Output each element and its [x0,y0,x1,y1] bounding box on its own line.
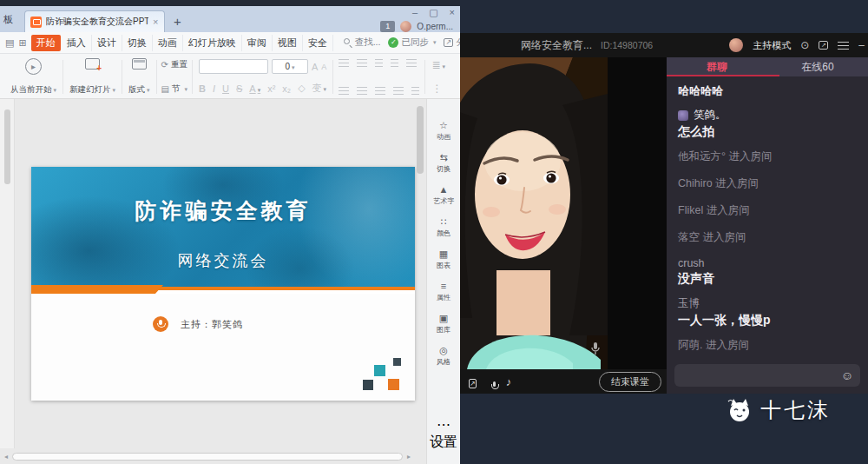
decrease-indent-icon[interactable] [375,59,383,67]
share-icon: ↗ [444,38,453,47]
host-mode-label[interactable]: 主持模式 [753,39,791,52]
save-icon[interactable]: ⊞ [18,37,26,49]
record-icon[interactable]: ⊙ [800,40,809,50]
superscript-button[interactable]: x² [267,83,275,94]
minimize-icon[interactable]: – [412,7,418,18]
rail-item-transition[interactable]: ⇆ 切换 [436,152,451,175]
slide-title[interactable]: 防诈骗安全教育 [31,196,415,225]
end-class-button[interactable]: 结束课堂 [599,372,661,392]
decor-square-dark [363,380,373,390]
doc-count-badge[interactable]: 1 [380,21,395,32]
host-avatar[interactable] [729,38,743,52]
menu-view[interactable]: 视图 [273,35,303,51]
scroll-left-icon[interactable]: ◂ [2,453,10,461]
chat-input[interactable] [674,364,860,387]
columns-icon[interactable] [411,87,419,95]
play-from-current-button[interactable]: ▸ 从当前开始 [5,57,62,96]
increase-indent-icon[interactable] [391,59,398,67]
tab-close-icon[interactable]: × [153,17,158,27]
search-icon [344,38,352,47]
new-tab-button[interactable]: + [174,14,181,29]
slide-canvas[interactable]: 防诈骗安全教育 网络交流会 主持：郭笑鸽 [31,167,415,401]
document-tab[interactable]: 防诈骗安全教育交流会PPT.pptx × [24,10,165,32]
shrink-font-button[interactable]: A [321,63,326,71]
rail-item-style[interactable]: ◎ 风格 [436,345,451,368]
align-left-icon[interactable] [339,87,349,95]
bold-button[interactable]: B [199,83,206,94]
scrollbar-thumb[interactable] [12,453,403,461]
underline-button[interactable]: U [222,83,229,94]
music-button[interactable]: ♪ [506,375,512,388]
chat-message-list[interactable]: 哈哈哈哈 笑鸽。 怎么拍 他和远方° 进入房间 Chihiro 进入房间 Fli… [667,76,868,365]
maximize-icon[interactable]: ▢ [429,7,437,18]
menu-design[interactable]: 设计 [92,35,122,51]
slide-subtitle[interactable]: 网络交流会 [31,250,415,271]
numbered-list-icon[interactable] [357,59,367,67]
emoji-icon[interactable]: ☺ [841,368,853,382]
find-button[interactable]: 查找... [344,36,381,49]
text-effect-button[interactable]: 变 [312,82,327,95]
background-tab[interactable]: 板 [3,13,13,26]
sync-status[interactable]: ✓ 已同步 [388,36,436,49]
menu-insert[interactable]: 插入 [62,35,92,51]
scrollbar-thumb[interactable] [417,106,424,174]
font-size-combobox[interactable]: 0 [272,59,308,74]
grow-font-button[interactable]: A [312,62,318,72]
rail-item-settings[interactable]: ⋯ 设置 [427,416,460,452]
account-avatar[interactable] [400,21,411,32]
rail-item-animation[interactable]: ☆ 动画 [436,120,451,143]
justify-icon[interactable] [393,87,404,95]
section-button[interactable]: ▤ 节 [161,83,187,95]
menu-animation[interactable]: 动画 [153,35,183,51]
menu-review[interactable]: 审阅 [242,35,273,51]
menu-slideshow[interactable]: 幻灯片放映 [183,35,242,51]
screen-share-button[interactable]: ↗ [469,374,477,389]
account-name[interactable]: O.perm... [417,22,453,31]
highlight-button[interactable]: ◇ [298,83,305,94]
reset-section-group: ⟳ 重置 ▤ 节 [158,57,191,96]
minimize-icon[interactable]: – [858,40,865,50]
align-right-icon[interactable] [375,87,385,95]
host-row[interactable]: 主持：郭笑鸽 [153,316,243,332]
close-icon[interactable]: × [450,7,455,18]
watermark-text: 十七沫 [760,396,831,424]
file-menu-icon[interactable]: ▤ [5,37,14,49]
menu-security[interactable]: 安全 [303,35,333,51]
new-slide-button[interactable]: 新建幻灯片 [64,57,121,96]
tab-group-chat[interactable]: 群聊 [667,57,767,76]
ribbon-more-icon[interactable]: ⋮ [431,83,445,95]
italic-button[interactable]: I [213,83,215,94]
subscript-button[interactable]: x₂ [282,83,291,94]
align-center-icon[interactable] [357,87,367,95]
style-icon: ◎ [439,345,448,355]
layout-button[interactable]: 版式 [123,57,155,96]
horizontal-scrollbar[interactable]: ◂ ▸ [2,450,413,462]
document-tab-title: 防诈骗安全教育交流会PPT.pptx [46,16,148,28]
menu-transition[interactable]: 切换 [122,35,153,51]
scrollbar-thumb[interactable] [4,109,10,184]
font-name-combobox[interactable] [199,59,268,74]
paragraph-layout-icon[interactable]: ≣ [431,59,445,71]
chat-message: 怎么拍 [678,124,857,140]
rail-item-color[interactable]: ∷ 颜色 [436,216,451,239]
reset-button[interactable]: ⟳ 重置 [161,59,187,70]
menu-icon[interactable] [838,42,849,50]
rail-item-gallery[interactable]: ▣ 图库 [436,313,451,335]
bullet-list-icon[interactable] [339,59,349,67]
popout-icon[interactable]: ↗ [819,41,828,50]
slide-panel-scrollbar[interactable] [0,99,15,448]
scroll-right-icon[interactable]: ▸ [404,453,413,461]
decor-square-teal [374,365,385,376]
rail-item-properties[interactable]: ≡ 属性 [436,281,451,303]
stream-header-tools: 主持模式 ⊙ ↗ – [729,38,868,52]
vertical-scrollbar[interactable] [415,101,425,447]
rail-item-chart[interactable]: ▦ 图表 [436,249,451,271]
tab-online-count[interactable]: 在线60 [767,57,868,76]
join-notice: 他和远方° 进入房间 [678,149,857,164]
chat-username: 玉博 [678,296,857,311]
rail-item-wordart[interactable]: ▲ 艺术字 [432,184,456,207]
strikethrough-button[interactable]: S [236,83,242,94]
menu-home[interactable]: 开始 [31,35,61,51]
font-color-button[interactable]: A [249,83,260,94]
line-spacing-icon[interactable] [406,59,417,67]
